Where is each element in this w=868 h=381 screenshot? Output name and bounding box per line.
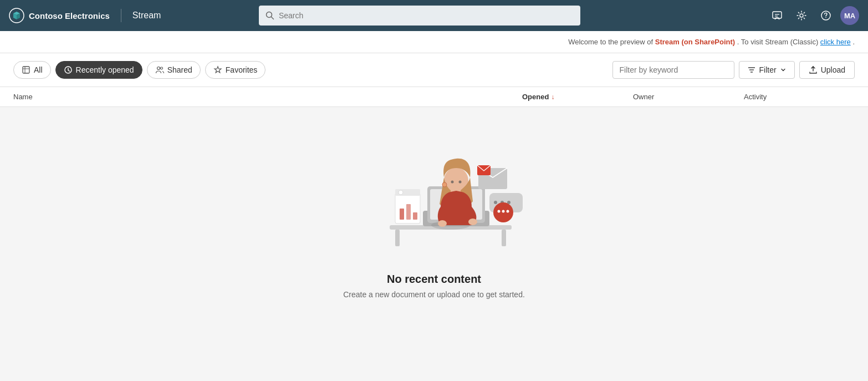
no-content-title: No recent content [387, 273, 481, 286]
content-toolbar: All Recently opened Shared Favorites [0, 53, 868, 87]
star-icon [213, 65, 222, 74]
svg-point-6 [800, 14, 803, 17]
settings-button[interactable] [792, 6, 811, 26]
svg-point-42 [498, 210, 501, 212]
col-opened-header[interactable]: Opened ↓ [522, 93, 633, 101]
help-icon [820, 10, 831, 21]
brand-logo-area[interactable]: Contoso Electronics [9, 8, 110, 23]
banner-suffix: . [852, 38, 855, 46]
tab-shared-label: Shared [167, 65, 192, 74]
svg-rect-47 [406, 204, 411, 220]
svg-point-8 [825, 17, 826, 18]
nav-divider [121, 9, 121, 22]
search-input[interactable] [279, 11, 574, 20]
svg-point-44 [507, 210, 509, 212]
tab-favorites-label: Favorites [226, 65, 258, 74]
main-content-area: No recent content Create a new document … [0, 107, 868, 329]
tab-shared[interactable]: Shared [147, 61, 201, 79]
svg-rect-23 [502, 230, 506, 246]
keyword-filter-input[interactable] [612, 61, 734, 79]
app-name-label: Stream [132, 11, 161, 21]
gear-icon [796, 10, 807, 21]
filter-label: Filter [759, 65, 777, 74]
svg-point-38 [494, 201, 497, 204]
upload-button[interactable]: Upload [799, 61, 855, 79]
svg-point-16 [160, 67, 162, 69]
banner-middle: . To visit Stream (Classic) [737, 38, 820, 46]
svg-rect-48 [413, 212, 417, 220]
help-button[interactable] [816, 6, 836, 26]
svg-rect-46 [400, 209, 404, 220]
people-icon [155, 65, 164, 74]
svg-rect-3 [773, 12, 782, 18]
svg-point-33 [459, 180, 462, 183]
svg-point-30 [438, 220, 447, 227]
tab-recently-opened-label: Recently opened [76, 65, 134, 74]
tab-recently-opened[interactable]: Recently opened [55, 61, 142, 79]
filter-button[interactable]: Filter [739, 61, 795, 79]
stream-classic-link[interactable]: click here [820, 38, 851, 46]
col-activity-header: Activity [744, 93, 855, 101]
feedback-icon [772, 10, 783, 21]
search-bar[interactable] [259, 6, 580, 26]
search-icon [265, 11, 274, 20]
tab-favorites[interactable]: Favorites [205, 61, 266, 79]
chevron-down-icon [780, 67, 787, 73]
svg-rect-9 [23, 67, 29, 73]
cube-icon [22, 65, 30, 74]
empty-state-illustration [334, 138, 534, 260]
user-avatar-button[interactable]: MA [840, 6, 859, 25]
tab-all-label: All [34, 65, 43, 74]
feedback-button[interactable] [767, 6, 787, 26]
svg-point-15 [157, 67, 160, 70]
contoso-logo-icon [9, 8, 24, 23]
sort-arrow-icon: ↓ [551, 93, 554, 101]
filter-icon [747, 65, 756, 74]
col-owner-header: Owner [633, 93, 744, 101]
nav-right-actions: MA [767, 6, 859, 26]
svg-point-50 [399, 190, 403, 195]
avatar-initials: MA [844, 12, 855, 20]
table-header: Name Opened ↓ Owner Activity [0, 87, 868, 107]
svg-point-43 [502, 210, 505, 212]
upload-label: Upload [821, 65, 845, 74]
tab-all[interactable]: All [13, 61, 51, 79]
welcome-banner: Welcome to the preview of Stream (on Sha… [0, 31, 868, 53]
no-content-subtitle: Create a new document or upload one to g… [343, 290, 525, 299]
svg-line-2 [271, 17, 273, 19]
svg-point-31 [468, 219, 477, 225]
brand-name-text: Contoso Electronics [29, 11, 110, 21]
stream-sharepoint-link[interactable]: Stream (on SharePoint) [655, 38, 735, 46]
illustration-svg [334, 138, 534, 260]
svg-point-34 [442, 182, 447, 187]
upload-icon [809, 65, 818, 74]
svg-line-14 [68, 70, 70, 72]
svg-point-32 [451, 180, 454, 183]
clock-icon [64, 65, 73, 74]
top-navigation: Contoso Electronics Stream [0, 0, 868, 31]
svg-rect-22 [395, 230, 400, 246]
banner-prefix: Welcome to the preview of [568, 38, 655, 46]
col-name-header: Name [13, 93, 522, 101]
